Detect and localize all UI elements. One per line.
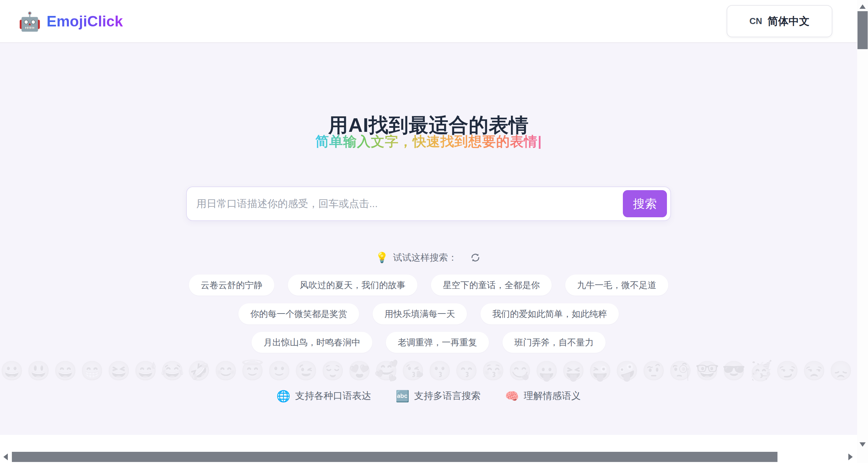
vertical-scrollbar-thumb[interactable] — [857, 11, 868, 49]
globe-icon: 🌐 — [276, 390, 290, 402]
suggestion-pill[interactable]: 九牛一毛，微不足道 — [565, 275, 668, 296]
language-label: 简体中文 — [768, 14, 810, 28]
suggestion-pill[interactable]: 用快乐填满每一天 — [373, 303, 467, 324]
language-code: CN — [749, 16, 762, 26]
suggestion-pill[interactable]: 班门弄斧，自不量力 — [502, 332, 606, 353]
suggestion-row: 月出惊山鸟，时鸣春涧中 老调重弹，一再重复 班门弄斧，自不量力 — [0, 332, 857, 353]
feature-label: 支持各种口语表达 — [295, 389, 371, 402]
scroll-left-icon[interactable] — [3, 454, 8, 460]
scroll-right-icon[interactable] — [848, 454, 853, 460]
logo-title: EmojiClick — [46, 13, 123, 30]
lightbulb-icon: 💡 — [376, 253, 388, 263]
emoji-pattern: 😀😃😄😁😆😅😂🤣😊😇🙂😉😌😍🥰😘😗😙😚😋😛😝😜🤪🤨🧐🤓😎🥳😏😒😞😔😟😕🙁😣😖😫😩… — [0, 359, 857, 382]
language-button[interactable]: CN 简体中文 — [727, 5, 832, 37]
page-title: 用AI找到最适合的表情 — [0, 115, 857, 135]
header: 🤖 EmojiClick CN 简体中文 — [0, 0, 857, 43]
suggestion-row: 云卷云舒的宁静 风吹过的夏天，我们的故事 星空下的童话，全都是你 九牛一毛，微不… — [0, 275, 857, 296]
scroll-up-icon[interactable] — [860, 4, 866, 9]
suggestion-pill[interactable]: 老调重弹，一再重复 — [386, 332, 489, 353]
suggestion-row: 你的每一个微笑都是奖赏 用快乐填满每一天 我们的爱如此简单，如此纯粹 — [0, 303, 857, 324]
suggestion-pill[interactable]: 你的每一个微笑都是奖赏 — [238, 303, 359, 324]
refresh-icon — [470, 252, 481, 263]
suggestions-hint-label: 试试这样搜索： — [393, 251, 457, 264]
abc-input-icon: 🔤 — [395, 390, 409, 402]
suggestion-pill[interactable]: 我们的爱如此简单，如此纯粹 — [480, 303, 619, 324]
suggestion-pill[interactable]: 云卷云舒的宁静 — [189, 275, 274, 296]
robot-icon: 🤖 — [18, 12, 41, 31]
horizontal-scrollbar-thumb[interactable] — [12, 452, 777, 462]
typing-cursor: | — [538, 134, 542, 149]
features-row: 🌐 支持各种口语表达 🔤 支持多语言搜索 🧠 理解情感语义 — [0, 389, 857, 403]
feature-label: 支持多语言搜索 — [414, 389, 481, 402]
suggestions-hint-row: 💡 试试这样搜索： — [0, 251, 857, 264]
search-button[interactable]: 搜索 — [623, 190, 667, 217]
feature-item: 🧠 理解情感语义 — [505, 389, 581, 402]
suggestion-pill[interactable]: 星空下的童话，全都是你 — [431, 275, 552, 296]
vertical-scrollbar[interactable] — [857, 0, 868, 463]
scroll-down-icon[interactable] — [860, 442, 866, 447]
feature-item: 🌐 支持各种口语表达 — [276, 389, 371, 402]
subtitle-part2: 快速找到想要的表情 — [413, 134, 538, 149]
search-input[interactable] — [187, 187, 623, 220]
feature-item: 🔤 支持多语言搜索 — [395, 389, 480, 402]
suggestion-pill[interactable]: 风吹过的夏天，我们的故事 — [288, 275, 417, 296]
suggestion-pill[interactable]: 月出惊山鸟，时鸣春涧中 — [252, 332, 372, 353]
feature-label: 理解情感语义 — [524, 389, 581, 402]
refresh-suggestions-button[interactable] — [469, 251, 481, 264]
emoji-pattern-band: 😀😃😄😁😆😅😂🤣😊😇🙂😉😌😍🥰😘😗😙😚😋😛😝😜🤪🤨🧐🤓😎🥳😏😒😞😔😟😕🙁😣😖😫😩… — [0, 359, 857, 382]
subtitle-part1: 简单输入文字， — [315, 134, 413, 149]
brain-icon: 🧠 — [505, 390, 519, 402]
page-subtitle: 简单输入文字，快速找到想要的表情| — [0, 134, 857, 149]
logo[interactable]: 🤖 EmojiClick — [18, 0, 123, 42]
search-bar: 搜索 — [186, 186, 671, 221]
horizontal-scrollbar[interactable] — [0, 450, 857, 463]
emojiclick-page: 🤖 EmojiClick CN 简体中文 用AI找到最适合的表情 简单输入文字，… — [0, 0, 868, 463]
page-background: 🤖 EmojiClick CN 简体中文 用AI找到最适合的表情 简单输入文字，… — [0, 0, 857, 463]
